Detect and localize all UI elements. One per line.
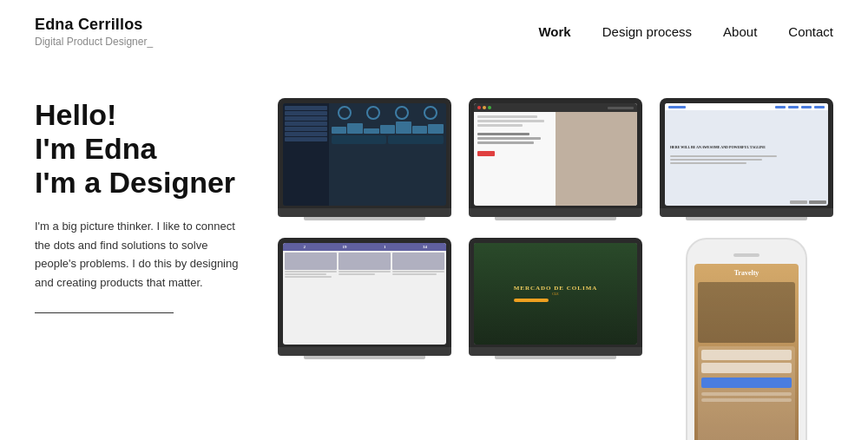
dashboard-screen [283,103,446,206]
project-colima[interactable]: MERCADO DE COLIMA CLE [469,238,642,441]
laptop-mockup-1 [278,98,451,220]
hero-heading: Hello! I'm Edna I'm a Designer [35,98,243,200]
laptop-mockup-3: HERE WILL BE AN AWESOME AND POWERFUL TAG… [660,98,833,220]
hero-line1: Hello! [35,98,243,132]
hero-divider [35,312,174,313]
hero-line3: I'm a Designer [35,166,243,200]
project-dashboard[interactable] [278,98,451,220]
project-travelty[interactable]: Travelty [660,238,833,441]
portfolio-grid: HERE WILL BE AN AWESOME AND POWERFUL TAG… [278,98,833,440]
nav-about[interactable]: About [723,24,757,39]
project-business[interactable] [469,98,642,220]
laptop-mockup-2 [469,98,642,220]
news-stat-1: 2 [286,245,323,249]
landing-screen: HERE WILL BE AN AWESOME AND POWERFUL TAG… [665,103,828,206]
nav-contact[interactable]: Contact [788,24,833,39]
site-header: Edna Cerrillos Digital Product Designer_… [0,0,868,63]
news-stat-3: 1 [366,245,404,249]
hero-line2: I'm Edna [35,132,243,166]
travelty-title: Travelty [698,269,795,277]
brand-name: Edna Cerrillos [35,16,153,34]
news-stat-2: 19 [326,245,363,249]
brand-subtitle: Digital Product Designer_ [35,36,153,48]
colima-title: MERCADO DE COLIMA [514,285,598,292]
laptop-mockup-4: 2 19 1 34 [278,238,451,360]
hero-sidebar: Hello! I'm Edna I'm a Designer I'm a big… [35,98,243,440]
nav-work[interactable]: Work [538,24,570,39]
project-news[interactable]: 2 19 1 34 [278,238,451,441]
news-screen: 2 19 1 34 [283,243,446,345]
biz-screen [474,103,637,206]
travelty-screen: Travelty [694,264,799,441]
main-nav: Work Design process About Contact [538,24,833,39]
phone-mockup-1: Travelty [686,238,807,441]
landing-tagline: HERE WILL BE AN AWESOME AND POWERFUL TAG… [670,145,823,150]
nav-design-process[interactable]: Design process [602,24,692,39]
laptop-mockup-5: MERCADO DE COLIMA CLE [469,238,642,360]
main-content: Hello! I'm Edna I'm a Designer I'm a big… [0,63,868,440]
project-landing[interactable]: HERE WILL BE AN AWESOME AND POWERFUL TAG… [660,98,833,220]
news-stat-4: 34 [406,245,444,249]
colima-screen: MERCADO DE COLIMA CLE [474,243,637,345]
brand-logo: Edna Cerrillos Digital Product Designer_ [35,16,153,48]
hero-bio: I'm a big picture thinker. I like to con… [35,217,243,292]
